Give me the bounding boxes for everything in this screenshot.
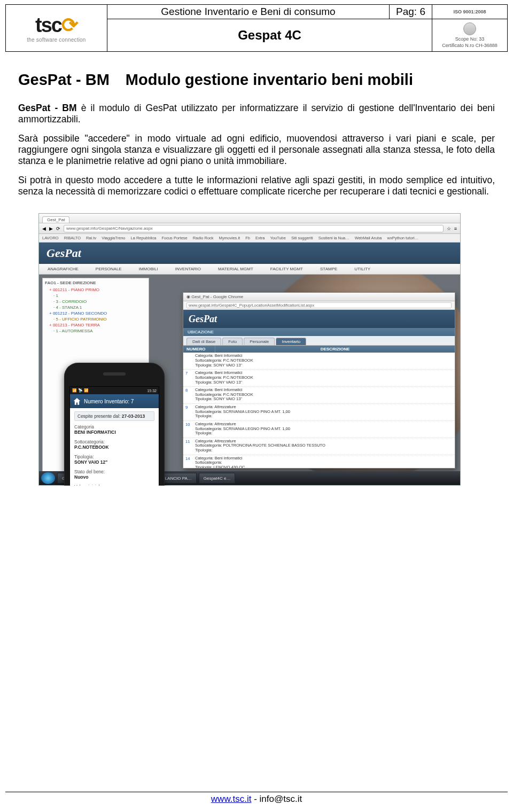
popup-table: NUMERO DESCRIZIONE Categoria: Beni Infor…	[183, 346, 455, 468]
status-icons-left: 📶 📡 📶	[72, 388, 89, 393]
phone-field-value: Nuovo	[74, 474, 154, 480]
taskbar-item[interactable]: Gespat4C e…	[199, 473, 236, 483]
phone-field: Tipologia:SONY VAIO 12"	[74, 454, 154, 465]
tree-node[interactable]: + 001212 - PIANO SECONDO	[49, 310, 147, 316]
row-desc: Categoria: AttrezzatureSottocategoria: P…	[195, 439, 325, 453]
bookmark-item[interactable]: Radio Rock	[193, 236, 214, 240]
popup-titlebar[interactable]: ◉ Gest_Pat - Google Chrome	[183, 293, 455, 301]
bookmark-item[interactable]: Mymovies.it	[219, 236, 240, 240]
popup-address-bar[interactable]: www.gespat.info/Gespat4C_Popup/LocationA…	[186, 302, 452, 308]
p1-lead: GesPat - BM	[18, 103, 77, 113]
table-row[interactable]: 9Categoria: AttrezzatureSottocategoria: …	[183, 404, 455, 421]
table-row[interactable]: 10Categoria: AttrezzatureSottocategoria:…	[183, 421, 455, 438]
app-menu-item[interactable]: STAMPE	[312, 267, 346, 271]
phone-field-label: Tipologia:	[74, 454, 154, 459]
phone-field: CategoriaBENI INFORMATICI	[74, 424, 154, 435]
app-menu-bar[interactable]: ANAGRAFICHEPERSONALEIMMOBILIINVENTARIOMA…	[39, 264, 460, 275]
presente-value: 27-03-2013	[122, 413, 145, 419]
tree-node[interactable]: + 001213 - PIANO TERRA	[49, 322, 147, 328]
cert-label: Certificato N.ro CH-36888	[442, 43, 498, 48]
popup-tabs[interactable]: Dati di BaseFotoPersonaleInventario	[183, 336, 455, 346]
app-menu-item[interactable]: FACILITY MGMT	[262, 267, 312, 271]
table-row[interactable]: 14Categoria: Beni InformaticiSottocatego…	[183, 455, 455, 469]
bookmark-item[interactable]: La Repubblica	[130, 236, 156, 240]
phone-field-label: Stato del bene:	[74, 469, 154, 474]
table-row[interactable]: 7Categoria: Beni InformaticiSottocategor…	[183, 370, 455, 387]
document-footer: www.tsc.it - info@tsc.it	[5, 792, 508, 805]
reload-icon[interactable]: ⟳	[56, 226, 60, 231]
app-menu-item[interactable]: IMMOBILI	[130, 267, 167, 271]
logo-cell: tsc⟳ the software connection	[6, 5, 107, 51]
tsc-logo: tsc⟳ the software connection	[27, 13, 86, 43]
iso-line: ISO 9001:2008	[432, 5, 507, 19]
popup-tab[interactable]: Inventario	[276, 338, 306, 345]
doc-title: Gestione Inventario e Beni di consumo	[107, 5, 390, 19]
page-number: Pag: 6	[390, 5, 432, 19]
status-time: 15:32	[147, 389, 157, 393]
row-number: 11	[185, 439, 195, 444]
footer-email: info@tsc.it	[260, 794, 302, 804]
browser-tabstrip[interactable]: Gest_Pat	[39, 214, 460, 223]
tree-node[interactable]: · 5 - UFFICIO PATRIMONIO	[49, 316, 147, 322]
bookmarks-bar[interactable]: LAVORORIBALTORai.tvViaggiaTrenoLa Repubb…	[39, 234, 460, 243]
app-menu-item[interactable]: PERSONALE	[87, 267, 130, 271]
tree-node[interactable]: · 3 - CORRIDOIO	[49, 299, 147, 304]
address-bar[interactable]: www.gespat.info/Gespat4C/Navigazione.asp…	[64, 225, 444, 232]
bookmark-item[interactable]: Sostieni la Nua…	[318, 236, 349, 240]
heading-main: Modulo gestione inventario beni mobili	[126, 71, 413, 89]
app-menu-item[interactable]: UTILITY	[346, 267, 379, 271]
tree-node[interactable]: · 1	[49, 293, 147, 299]
phone-presente-row: Cespite presente dal: 27-03-2013	[74, 411, 154, 421]
app-banner: GesPat	[39, 243, 460, 264]
bookmark-item[interactable]: Fb	[245, 236, 250, 240]
menu-icon[interactable]: ≡	[454, 226, 457, 231]
app-menu-item[interactable]: ANAGRAFICHE	[39, 267, 87, 271]
popup-section-label: UBICAZIONE	[183, 328, 455, 336]
phone-field-label: Categoria	[74, 424, 154, 430]
popup-tab[interactable]: Foto	[222, 338, 243, 345]
footer-url[interactable]: www.tsc.it	[211, 794, 252, 804]
phone-field: Sottocategoria:P.C.NOTEBOOK	[74, 439, 154, 450]
phone-screen: 📶 📡 📶 15:32 Numero Inventario: 7 Cespite…	[69, 386, 159, 486]
browser-toolbar: ◀ ▶ ⟳ www.gespat.info/Gespat4C/Navigazio…	[39, 223, 460, 234]
app-menu-item[interactable]: INVENTARIO	[167, 267, 209, 271]
bookmark-star-icon[interactable]: ☆	[447, 226, 451, 231]
nav-fwd-icon[interactable]: ▶	[49, 226, 53, 231]
browser-tab[interactable]: Gest_Pat	[42, 216, 69, 223]
row-number: 7	[185, 371, 195, 376]
table-row[interactable]: Categoria: Beni InformaticiSottocategori…	[183, 353, 455, 370]
row-desc: Categoria: Beni InformaticiSottocategori…	[195, 456, 245, 469]
paragraph-1: GesPat - BM è il modulo di GesPat utiliz…	[18, 103, 495, 126]
nav-back-icon[interactable]: ◀	[42, 226, 46, 231]
app-menu-item[interactable]: MATERIAL MGMT	[209, 267, 262, 271]
start-button-icon[interactable]	[41, 472, 55, 484]
home-icon[interactable]	[73, 397, 81, 405]
popup-app-name: GesPat	[189, 314, 217, 325]
document-body: GesPat - BM Modulo gestione inventario b…	[0, 52, 513, 197]
phone-header-text: Numero Inventario: 7	[84, 399, 134, 404]
table-row[interactable]: 8Categoria: Beni InformaticiSottocategor…	[183, 387, 455, 404]
bookmark-item[interactable]: YouTube	[270, 236, 285, 240]
tree-node[interactable]: + 001211 - PIANO PRIMO	[49, 287, 147, 293]
popup-tab[interactable]: Personale	[244, 338, 275, 345]
bookmark-item[interactable]: Focus Portese	[161, 236, 187, 240]
product-name: Gespat 4C	[107, 19, 432, 51]
tree-node[interactable]: · 1 - AUTORIMESSA	[49, 328, 147, 334]
iso-badge-icon	[463, 22, 476, 35]
paragraph-3: Si potrà in questo modo accedere a tutte…	[18, 175, 495, 198]
bookmark-item[interactable]: RIBALTO	[64, 236, 81, 240]
logo-tagline: the software connection	[27, 37, 86, 43]
bookmark-item[interactable]: LAVORO	[42, 236, 59, 240]
footer-sep: -	[251, 794, 259, 804]
table-row[interactable]: 11Categoria: AttrezzatureSottocategoria:…	[183, 438, 455, 455]
bookmark-item[interactable]: Rai.tv	[86, 236, 96, 240]
phone-app-header[interactable]: Numero Inventario: 7	[70, 394, 159, 408]
bookmark-item[interactable]: WebMail Aruba	[355, 236, 382, 240]
popup-tab[interactable]: Dati di Base	[186, 338, 221, 345]
bookmark-item[interactable]: wxPython tutori…	[387, 236, 418, 240]
row-desc: Categoria: Beni InformaticiSottocategori…	[195, 388, 253, 402]
bookmark-item[interactable]: ViaggiaTreno	[102, 236, 125, 240]
tree-node[interactable]: · 4 - STANZA 1	[49, 304, 147, 310]
bookmark-item[interactable]: Siti suggeriti	[291, 236, 313, 240]
bookmark-item[interactable]: Extra	[255, 236, 265, 240]
